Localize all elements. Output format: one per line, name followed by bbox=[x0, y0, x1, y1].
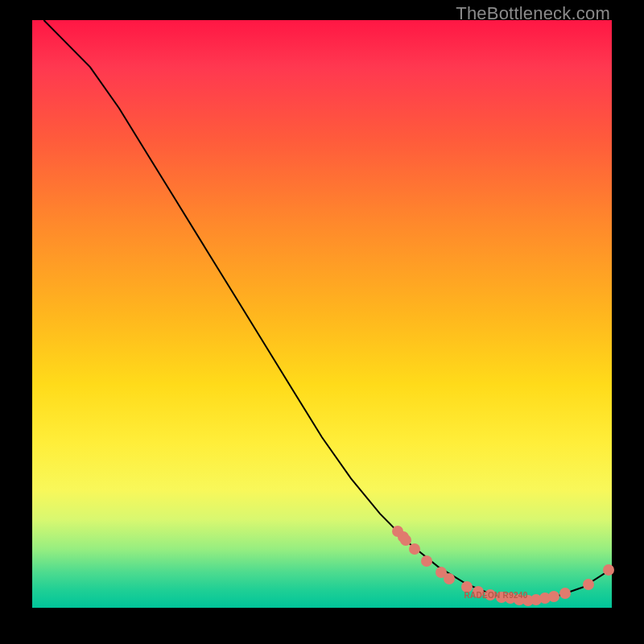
data-point bbox=[421, 555, 432, 567]
data-point bbox=[603, 564, 614, 576]
series-annotation: RADEON R9240 bbox=[464, 590, 527, 599]
data-point bbox=[583, 579, 594, 590]
chart-area: RADEON R9240 bbox=[32, 20, 612, 608]
data-point bbox=[548, 591, 559, 602]
data-point bbox=[559, 588, 571, 599]
data-point bbox=[409, 543, 420, 555]
data-point bbox=[444, 573, 455, 584]
data-point bbox=[400, 535, 411, 546]
curve-svg bbox=[32, 20, 612, 608]
